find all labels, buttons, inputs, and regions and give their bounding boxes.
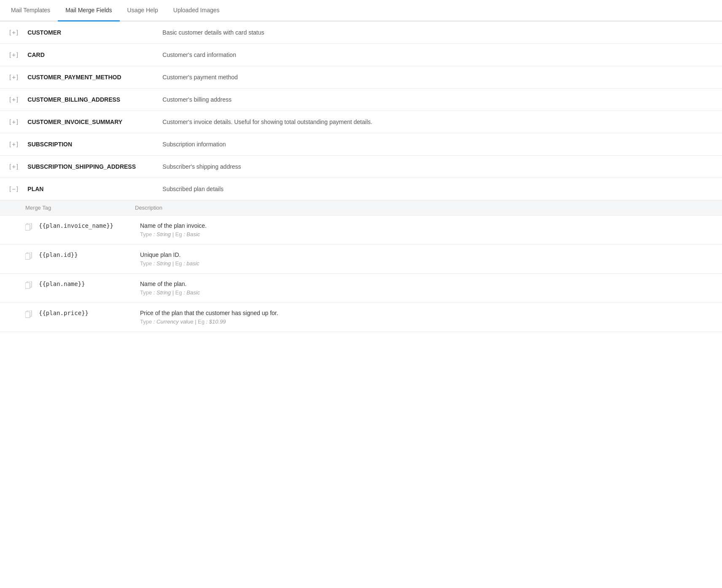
field-name-card: CARD xyxy=(27,51,162,58)
sub-meta-plan-name: Type : String | Eg : Basic xyxy=(140,289,200,296)
field-row-customer-payment-method[interactable]: [+] CUSTOMER_PAYMENT_METHOD Customer's p… xyxy=(0,66,722,89)
sub-tag-plan-invoice-name: {{plan.invoice_name}} xyxy=(39,222,140,229)
tab-usage-help[interactable]: Usage Help xyxy=(120,0,166,22)
sub-tag-plan-name: {{plan.name}} xyxy=(39,281,140,287)
sub-main-text-plan-id: Unique plan ID. xyxy=(140,251,714,258)
main-content: [+] CUSTOMER Basic customer details with… xyxy=(0,22,722,332)
plan-expanded-section: Merge Tag Description {{plan.invoice_nam… xyxy=(0,200,722,332)
sub-meta-plan-id: Type : String | Eg : basic xyxy=(140,260,199,267)
field-row-subscription-shipping-address[interactable]: [+] SUBSCRIPTION_SHIPPING_ADDRESS Subscr… xyxy=(0,156,722,178)
sub-main-text-plan-name: Name of the plan. xyxy=(140,281,714,287)
svg-rect-7 xyxy=(25,312,30,318)
toggle-subscription[interactable]: [+] xyxy=(8,141,19,148)
svg-rect-3 xyxy=(25,254,30,259)
sub-desc-plan-invoice-name: Name of the plan invoice. Type : String … xyxy=(140,222,714,237)
sub-row-plan-id: {{plan.id}} Unique plan ID. Type : Strin… xyxy=(0,245,722,274)
sub-meta-plan-invoice-name: Type : String | Eg : Basic xyxy=(140,231,200,237)
sub-header-desc: Description xyxy=(135,205,162,211)
plan-sub-table-header: Merge Tag Description xyxy=(0,200,722,216)
field-desc-plan: Subscribed plan details xyxy=(162,186,224,192)
sub-main-text-plan-invoice-name: Name of the plan invoice. xyxy=(140,222,714,229)
toggle-customer-billing-address[interactable]: [+] xyxy=(8,96,19,103)
tabs-container: Mail Templates Mail Merge Fields Usage H… xyxy=(0,0,722,22)
field-name-customer: CUSTOMER xyxy=(27,29,162,36)
field-name-customer-payment-method: CUSTOMER_PAYMENT_METHOD xyxy=(27,74,162,81)
toggle-subscription-shipping-address[interactable]: [+] xyxy=(8,163,19,170)
svg-rect-5 xyxy=(25,283,30,289)
field-name-customer-billing-address: CUSTOMER_BILLING_ADDRESS xyxy=(27,96,162,103)
sub-desc-plan-id: Unique plan ID. Type : String | Eg : bas… xyxy=(140,251,714,267)
copy-icon-plan-id[interactable] xyxy=(25,252,32,261)
sub-header-tag: Merge Tag xyxy=(25,205,135,211)
sub-row-plan-price: {{plan.price}} Price of the plan that th… xyxy=(0,303,722,332)
svg-rect-1 xyxy=(25,224,30,230)
sub-tag-plan-id: {{plan.id}} xyxy=(39,251,140,258)
field-name-plan: PLAN xyxy=(27,186,162,192)
tab-mail-templates[interactable]: Mail Templates xyxy=(3,0,58,22)
field-row-card[interactable]: [+] CARD Customer's card information xyxy=(0,44,722,66)
field-desc-card: Customer's card information xyxy=(162,51,236,58)
sub-meta-plan-price: Type : Currency value | Eg : $10.99 xyxy=(140,318,226,325)
copy-icon-plan-name[interactable] xyxy=(25,281,32,290)
field-desc-customer-invoice-summary: Customer's invoice details. Useful for s… xyxy=(162,119,372,125)
toggle-plan[interactable]: [−] xyxy=(8,186,19,192)
toggle-customer[interactable]: [+] xyxy=(8,29,19,36)
field-name-subscription-shipping-address: SUBSCRIPTION_SHIPPING_ADDRESS xyxy=(27,163,162,170)
copy-icon-plan-invoice-name[interactable] xyxy=(25,223,32,232)
field-row-customer[interactable]: [+] CUSTOMER Basic customer details with… xyxy=(0,22,722,44)
field-desc-customer-payment-method: Customer's payment method xyxy=(162,74,238,81)
copy-icon-plan-price[interactable] xyxy=(25,310,32,319)
field-row-customer-billing-address[interactable]: [+] CUSTOMER_BILLING_ADDRESS Customer's … xyxy=(0,89,722,111)
field-row-plan[interactable]: [−] PLAN Subscribed plan details xyxy=(0,178,722,200)
field-desc-subscription-shipping-address: Subscriber's shipping address xyxy=(162,163,241,170)
tab-uploaded-images[interactable]: Uploaded Images xyxy=(166,0,227,22)
field-name-subscription: SUBSCRIPTION xyxy=(27,141,162,148)
field-desc-subscription: Subscription information xyxy=(162,141,226,148)
tab-mail-merge-fields[interactable]: Mail Merge Fields xyxy=(58,0,119,22)
field-row-subscription[interactable]: [+] SUBSCRIPTION Subscription informatio… xyxy=(0,133,722,156)
field-desc-customer: Basic customer details with card status xyxy=(162,29,264,36)
field-desc-customer-billing-address: Customer's billing address xyxy=(162,96,232,103)
sub-main-text-plan-price: Price of the plan that the customer has … xyxy=(140,310,714,316)
sub-row-plan-name: {{plan.name}} Name of the plan. Type : S… xyxy=(0,274,722,303)
toggle-card[interactable]: [+] xyxy=(8,51,19,58)
sub-desc-plan-name: Name of the plan. Type : String | Eg : B… xyxy=(140,281,714,296)
toggle-customer-invoice-summary[interactable]: [+] xyxy=(8,119,19,125)
sub-desc-plan-price: Price of the plan that the customer has … xyxy=(140,310,714,325)
field-name-customer-invoice-summary: CUSTOMER_INVOICE_SUMMARY xyxy=(27,119,162,125)
field-row-customer-invoice-summary[interactable]: [+] CUSTOMER_INVOICE_SUMMARY Customer's … xyxy=(0,111,722,133)
toggle-customer-payment-method[interactable]: [+] xyxy=(8,74,19,81)
sub-tag-plan-price: {{plan.price}} xyxy=(39,310,140,316)
sub-row-plan-invoice-name: {{plan.invoice_name}} Name of the plan i… xyxy=(0,216,722,245)
